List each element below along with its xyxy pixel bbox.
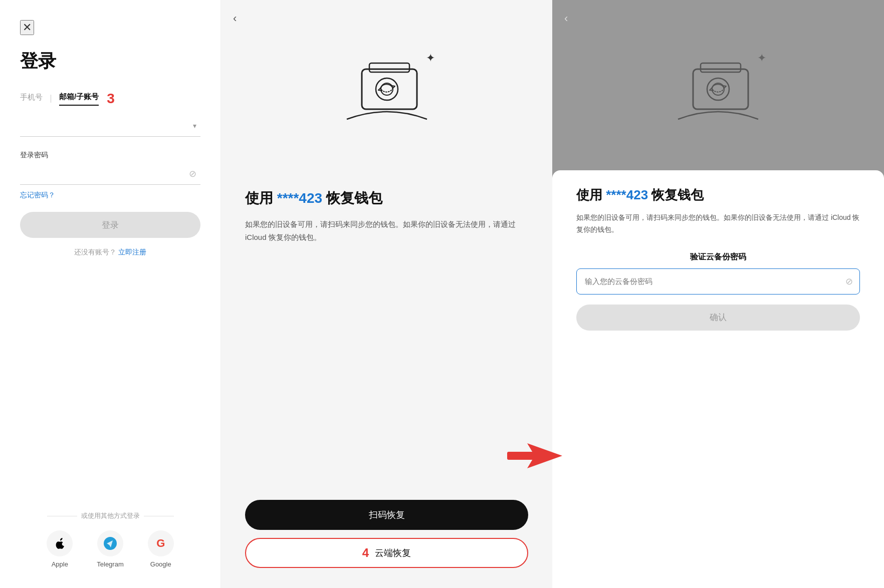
middle-restore-desc: 如果您的旧设备可用，请扫码来同步您的钱包。如果你的旧设备无法使用，请通过 iCl…	[245, 218, 528, 470]
other-login-section: 或使用其他方式登录 Apple	[20, 511, 200, 568]
svg-rect-2	[369, 63, 409, 72]
red-arrow-overlay	[507, 441, 567, 473]
right-back-button[interactable]: ‹	[564, 12, 568, 25]
password-input[interactable]	[20, 163, 200, 185]
right-restore-desc: 如果您的旧设备可用，请扫码来同步您的钱包。如果你的旧设备无法使用，请通过 iCl…	[576, 212, 860, 236]
account-input-wrap: ▾	[20, 115, 200, 137]
social-telegram[interactable]: Telegram	[97, 530, 123, 568]
middle-restore-title: 使用 ****423 恢复钱包	[245, 188, 528, 208]
cloud-password-input[interactable]	[576, 268, 860, 295]
step-3-badge: 3	[107, 92, 115, 106]
right-restore-title: 使用 ****423 恢复钱包	[576, 186, 860, 204]
right-content: 使用 ****423 恢复钱包 如果您的旧设备可用，请扫码来同步您的钱包。如果你…	[552, 170, 884, 588]
cloud-btn-label: 云端恢复	[375, 547, 411, 559]
svg-rect-1	[362, 69, 417, 109]
restore-title-highlight: ****423	[277, 190, 322, 206]
telegram-label: Telegram	[97, 560, 123, 568]
middle-panel: ‹ ✦ 使用 ****	[221, 0, 552, 588]
wallet-svg: ✦	[332, 34, 442, 134]
apple-icon	[47, 530, 73, 556]
svg-rect-7	[507, 452, 535, 460]
svg-rect-9	[701, 63, 741, 72]
register-row: 还没有账号？ 立即注册	[20, 248, 200, 257]
tab-row: 手机号 邮箱/子账号 3	[20, 92, 200, 106]
account-input[interactable]	[20, 115, 200, 137]
login-title: 登录	[20, 49, 200, 74]
svg-text:✦: ✦	[426, 52, 435, 64]
other-login-label: 或使用其他方式登录	[81, 511, 140, 520]
cloud-restore-button[interactable]: 4 云端恢复	[245, 538, 528, 568]
tab-phone[interactable]: 手机号	[20, 93, 43, 105]
scan-restore-button[interactable]: 扫码恢复	[245, 500, 528, 530]
step-4-badge: 4	[362, 546, 369, 560]
cloud-password-wrap: ⊘	[576, 268, 860, 295]
cloud-eye-icon[interactable]: ⊘	[845, 276, 853, 287]
close-button[interactable]: ✕	[20, 20, 34, 35]
register-text: 还没有账号？	[74, 248, 116, 256]
right-wallet-illustration: ✦	[552, 0, 884, 170]
google-label: Google	[150, 560, 171, 568]
tab-divider	[51, 95, 51, 103]
register-link[interactable]: 立即注册	[118, 248, 146, 256]
svg-rect-8	[693, 69, 748, 109]
restore-title-prefix: 使用	[245, 190, 277, 206]
left-panel: ✕ 登录 手机号 邮箱/子账号 3 ▾ 登录密码 ⊘ 忘记密码？ 登录 还没有账…	[0, 0, 221, 588]
middle-wallet-illustration: ✦	[221, 0, 552, 170]
password-field-label: 登录密码	[20, 151, 200, 160]
social-apple[interactable]: Apple	[47, 530, 73, 568]
right-wallet-svg: ✦	[663, 34, 773, 134]
tab-email[interactable]: 邮箱/子账号	[59, 92, 99, 106]
middle-bottom-buttons: 扫码恢复 4 云端恢复	[221, 488, 552, 588]
confirm-button[interactable]: 确认	[576, 305, 860, 331]
cloud-btn-wrap: 4 云端恢复	[245, 538, 528, 568]
social-google[interactable]: G Google	[148, 530, 174, 568]
restore-title-suffix: 恢复钱包	[322, 190, 382, 206]
middle-content: 使用 ****423 恢复钱包 如果您的旧设备可用，请扫码来同步您的钱包。如果你…	[221, 170, 552, 488]
right-title-prefix: 使用	[576, 187, 606, 202]
right-title-highlight: ****423	[606, 187, 648, 202]
right-panel: ‹ ✦ 使用 ****423 恢复钱包 如果	[552, 0, 884, 588]
social-icons: Apple Telegram G Google	[47, 530, 173, 568]
login-button[interactable]: 登录	[20, 212, 200, 238]
svg-text:✦: ✦	[757, 52, 766, 64]
cloud-backup-label: 验证云备份密码	[576, 252, 860, 262]
google-icon: G	[148, 530, 174, 556]
apple-label: Apple	[52, 560, 68, 568]
password-wrap: ⊘	[20, 163, 200, 185]
middle-back-button[interactable]: ‹	[233, 12, 237, 25]
telegram-icon	[97, 530, 123, 556]
right-title-suffix: 恢复钱包	[648, 187, 704, 202]
forgot-password-link[interactable]: 忘记密码？	[20, 191, 200, 200]
eye-icon[interactable]: ⊘	[189, 168, 196, 179]
